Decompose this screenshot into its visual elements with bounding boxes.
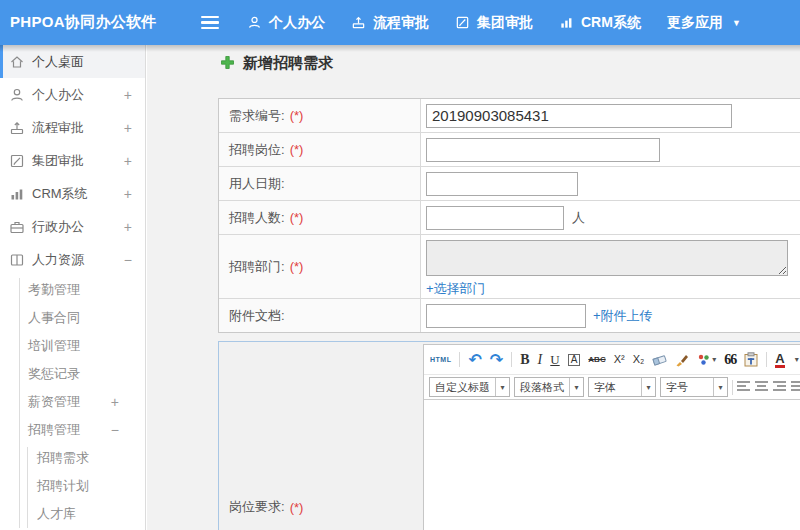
sidebar: 个人桌面 个人办公 + 流程审批 + 集团审批 + CRM系统 + 行政办公 +… (0, 45, 146, 530)
superscript-button[interactable]: X² (614, 354, 625, 365)
row-label-cell: 附件文档: (219, 299, 421, 332)
sidebar-item-recruit-plan[interactable]: 招聘计划 (0, 472, 145, 500)
row-input-cell: +附件上传 (421, 299, 800, 332)
sidebar-item-recruit-demand[interactable]: 招聘需求 (0, 444, 145, 472)
sidebar-item-salary-mgmt[interactable]: 薪资管理 + (0, 388, 145, 416)
size-select[interactable]: 字号 ▾ (660, 377, 728, 397)
expand-icon[interactable]: + (124, 219, 132, 235)
redo-button[interactable]: ↷ (490, 352, 503, 368)
sidebar-item-talent-pool[interactable]: 人才库 (0, 500, 145, 528)
sidebar-item-hr[interactable]: 人力资源 − (0, 243, 145, 276)
recruit-demand-form: 需求编号: (*) 招聘岗位: (*) 用人日期: (218, 98, 800, 333)
collapse-icon[interactable]: − (111, 422, 119, 438)
sidebar-item-personal-office[interactable]: 个人办公 + (0, 78, 145, 111)
sidebar-item-group-approval[interactable]: 集团审批 + (0, 144, 145, 177)
toolbar-separator (459, 352, 460, 367)
indent-guide (19, 278, 20, 528)
select-dept-link[interactable]: +选择部门 (426, 280, 486, 298)
sidebar-item-label: CRM系统 (32, 185, 88, 203)
format-brush-button[interactable] (675, 353, 689, 367)
upload-link[interactable]: +附件上传 (593, 307, 653, 325)
font-select[interactable]: 字体 ▾ (588, 377, 656, 397)
align-center-button[interactable] (755, 380, 769, 394)
sidebar-item-label: 培训管理 (28, 337, 80, 355)
sidebar-item-label: 招聘管理 (28, 421, 80, 439)
nav-label: 更多应用 (667, 14, 723, 32)
nav-item-group-approval[interactable]: 集团审批 (455, 14, 533, 32)
underline-button[interactable]: U (550, 353, 559, 366)
form-row-headcount: 招聘人数: (*) 人 (219, 201, 800, 235)
strikethrough-button[interactable]: ABC (588, 356, 605, 364)
nav-item-workflow-approval[interactable]: 流程审批 (351, 14, 429, 32)
editor-toolbar-row2: 自定义标题 ▾ 段落格式 ▾ 字体 ▾ 字号 ▾ (424, 375, 800, 400)
sidebar-item-label: 流程审批 (32, 119, 84, 137)
job-position-input[interactable] (426, 138, 660, 162)
sidebar-item-recruit-mgmt[interactable]: 招聘管理 − (0, 416, 145, 444)
unit-label: 人 (572, 209, 585, 227)
caret-down-icon: ▾ (569, 378, 583, 396)
chart-icon (9, 186, 25, 202)
sidebar-item-label: 考勤管理 (28, 281, 80, 299)
field-label: 岗位要求: (229, 498, 285, 516)
paste-button[interactable] (744, 352, 758, 367)
field-label: 用人日期: (229, 175, 285, 193)
subscript-button[interactable]: X₂ (633, 354, 645, 365)
sidebar-item-admin-office[interactable]: 行政办公 + (0, 210, 145, 243)
justify-button[interactable] (791, 380, 800, 394)
app-logo: PHPOA协同办公软件 (10, 0, 157, 45)
expand-icon[interactable]: + (111, 394, 119, 410)
form-row-job-position: 招聘岗位: (*) (219, 133, 800, 167)
hire-date-input[interactable] (426, 172, 578, 196)
boxed-a-button[interactable]: A (568, 354, 581, 366)
attachment-input[interactable] (426, 304, 586, 328)
dept-textarea[interactable] (426, 240, 788, 276)
align-right-button[interactable] (773, 380, 787, 394)
flow-approve-icon (351, 15, 366, 30)
undo-button[interactable]: ↶ (468, 352, 481, 368)
expand-icon[interactable]: + (124, 120, 132, 136)
required-mark: (*) (290, 500, 304, 515)
nav-item-crm[interactable]: CRM系统 (559, 14, 641, 32)
nav-label: 集团审批 (477, 14, 533, 32)
sidebar-item-label: 个人桌面 (32, 53, 84, 71)
row-label-cell: 用人日期: (219, 167, 421, 200)
nav-item-personal-office[interactable]: 个人办公 (247, 14, 325, 32)
required-mark: (*) (290, 259, 304, 274)
sidebar-item-crm[interactable]: CRM系统 + (0, 177, 145, 210)
expand-icon[interactable]: + (124, 153, 132, 169)
sidebar-item-attendance-mgmt[interactable]: 考勤管理 (0, 276, 145, 304)
color-palette-button[interactable]: ▾ (697, 353, 716, 366)
html-source-button[interactable]: HTML (430, 356, 451, 363)
italic-button[interactable]: I (538, 353, 543, 367)
sidebar-item-reward-punish-records[interactable]: 奖惩记录 (0, 360, 145, 388)
sidebar-item-training-mgmt[interactable]: 培训管理 (0, 332, 145, 360)
sidebar-item-personal-desktop[interactable]: 个人桌面 (0, 45, 145, 78)
caret-down-icon: ▾ (712, 356, 716, 364)
nav-label: 个人办公 (269, 14, 325, 32)
collapse-icon[interactable]: − (124, 252, 132, 268)
sidebar-item-workflow-approval[interactable]: 流程审批 + (0, 111, 145, 144)
indent-guide (27, 447, 28, 528)
caret-down-icon: ▾ (495, 378, 509, 396)
align-left-button[interactable] (737, 380, 751, 394)
expand-icon[interactable]: + (124, 186, 132, 202)
editor-body[interactable] (424, 402, 800, 530)
nav-item-more-apps[interactable]: 更多应用 ▼ (667, 14, 741, 32)
form-row-demand-no: 需求编号: (*) (219, 99, 800, 133)
nav-label: 流程审批 (373, 14, 429, 32)
sidebar-item-label: 人力资源 (32, 251, 84, 269)
form-row-dept: 招聘部门: (*) +选择部门 (219, 235, 800, 299)
style-select[interactable]: 自定义标题 ▾ (429, 377, 510, 397)
menu-toggle-button[interactable] (201, 16, 219, 29)
font-color-button[interactable]: A (775, 352, 784, 368)
quote-button[interactable]: 66 (724, 353, 736, 367)
page-title-text: 新增招聘需求 (243, 54, 333, 73)
expand-icon[interactable]: + (124, 87, 132, 103)
edit-icon (455, 15, 470, 30)
remove-format-button[interactable] (652, 353, 667, 366)
sidebar-item-personnel-contract[interactable]: 人事合同 (0, 304, 145, 332)
headcount-input[interactable] (426, 206, 564, 230)
paragraph-select[interactable]: 段落格式 ▾ (514, 377, 584, 397)
demand-no-input[interactable] (426, 104, 732, 128)
bold-button[interactable]: B (520, 353, 529, 367)
